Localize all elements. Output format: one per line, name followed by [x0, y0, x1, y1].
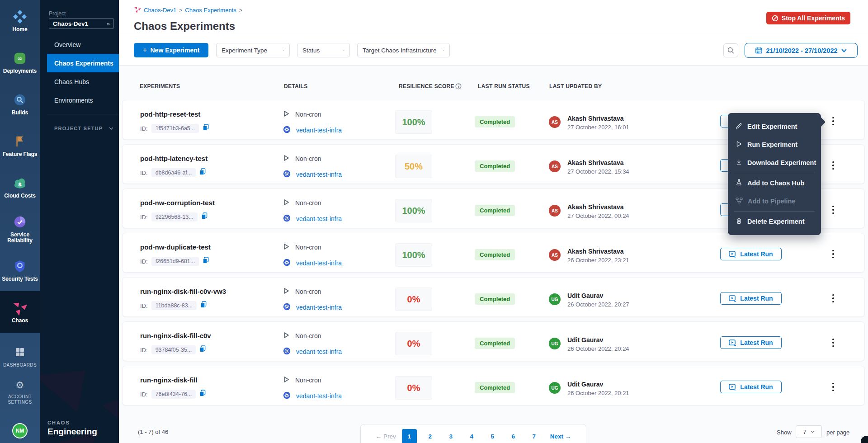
updated-by-name: Akash Shrivastava: [567, 159, 624, 166]
infrastructure-link[interactable]: vedant-test-infra: [296, 127, 342, 134]
project-setup-label: PROJECT SETUP: [54, 126, 103, 131]
rail-item-builds[interactable]: Builds: [0, 83, 40, 125]
experiment-name[interactable]: run-nginx-disk-fill: [140, 376, 198, 384]
experiment-type-filter[interactable]: Experiment Type: [216, 43, 290, 57]
filter-label: Status: [302, 47, 320, 54]
stop-all-experiments-button[interactable]: Stop All Experiments: [766, 12, 850, 24]
project-selector[interactable]: Chaos-Dev1 »: [49, 18, 114, 29]
menu-item-download-experiment[interactable]: Download Experiment: [728, 154, 821, 172]
updated-date: 26 October 2022, 20:24: [567, 345, 629, 352]
latest-run-button[interactable]: Latest Run: [720, 248, 782, 260]
row-menu-kebab[interactable]: [827, 114, 840, 128]
infrastructure-link[interactable]: vedant-test-infra: [296, 392, 342, 400]
sidebar-item-environments[interactable]: Environments: [40, 91, 119, 109]
breadcrumb-project-link[interactable]: Chaos-Dev1: [144, 7, 176, 14]
sidebar-item-chaos-hubs[interactable]: Chaos Hubs: [40, 72, 119, 91]
rail-item-dashboards[interactable]: DASHBOARDS: [0, 346, 40, 368]
latest-run-button[interactable]: Latest Run: [720, 292, 782, 305]
rail-item-home[interactable]: Home: [0, 0, 40, 42]
breadcrumb-page-link[interactable]: Chaos Experiments: [185, 7, 236, 14]
row-menu-kebab[interactable]: [827, 336, 840, 349]
kubernetes-icon: [283, 347, 291, 356]
show-label: Show: [777, 429, 792, 436]
updated-by-name: Akash Shrivastava: [567, 248, 624, 255]
row-menu-kebab[interactable]: [827, 380, 840, 394]
prev-page-button[interactable]: ← Prev: [376, 433, 396, 440]
security-tests-icon: [14, 259, 26, 274]
per-page-select[interactable]: 7: [796, 425, 822, 438]
updated-by-name: Akash Shrivastava: [567, 115, 624, 122]
copy-icon[interactable]: [199, 390, 206, 399]
pager: ← Prev 1234567 Next →: [360, 424, 586, 443]
updated-date: 26 October 2022, 20:21: [567, 390, 629, 396]
status-filter[interactable]: Status: [297, 43, 350, 57]
search-button[interactable]: [723, 43, 738, 57]
experiment-name[interactable]: pod-nw-corruption-test: [140, 199, 215, 207]
kubernetes-icon: [283, 170, 291, 179]
new-experiment-button[interactable]: + New Experiment: [134, 43, 208, 57]
row-menu-kebab[interactable]: [827, 203, 840, 217]
infrastructure-link[interactable]: vedant-test-infra: [296, 171, 342, 178]
page-button-6[interactable]: 6: [506, 429, 521, 443]
infrastructure-link[interactable]: vedant-test-infra: [296, 259, 342, 267]
page-button-1[interactable]: 1: [402, 429, 417, 443]
user-avatar[interactable]: NM: [12, 423, 28, 438]
copy-icon[interactable]: [203, 124, 209, 133]
rail-item-chaos[interactable]: Chaos: [0, 291, 40, 333]
row-menu-kebab[interactable]: [827, 292, 840, 305]
rail-item-feature-flags[interactable]: Feature Flags: [0, 125, 40, 166]
experiment-name[interactable]: run-nginx-disk-fill-c0v-vw3: [140, 287, 226, 295]
copy-icon[interactable]: [200, 301, 207, 310]
rail-item-service-reliability[interactable]: Service Reliability: [0, 208, 40, 250]
id-label: ID:: [140, 391, 148, 398]
status-badge: Completed: [475, 116, 515, 127]
pagination-count: (1 - 7) of 46: [138, 429, 168, 435]
updated-by-name: Udit Gaurav: [567, 292, 603, 299]
menu-item-run-experiment[interactable]: Run Experiment: [728, 136, 821, 154]
rail-item-account-settings[interactable]: ⚙ ACCOUNT SETTINGS: [0, 380, 40, 405]
menu-item-label: Run Experiment: [747, 141, 797, 148]
filter-label: Experiment Type: [222, 47, 267, 54]
infrastructure-link[interactable]: vedant-test-infra: [296, 215, 342, 222]
schedule-type: Non-cron: [295, 377, 321, 384]
copy-icon[interactable]: [199, 168, 206, 177]
menu-item-edit-experiment[interactable]: Edit Experiment: [728, 118, 821, 136]
next-page-button[interactable]: Next →: [550, 433, 571, 440]
row-context-menu: Edit ExperimentRun ExperimentDownload Ex…: [728, 113, 821, 235]
sidebar-item-overview[interactable]: Overview: [40, 35, 119, 54]
menu-item-delete-experiment[interactable]: Delete Experiment: [728, 212, 821, 231]
infrastructure-link[interactable]: vedant-test-infra: [296, 304, 342, 311]
latest-run-button[interactable]: Latest Run: [720, 381, 782, 393]
rail-item-deployments[interactable]: ∞ Deployments: [0, 42, 40, 83]
date-range-picker[interactable]: 21/10/2022 - 27/10/2022: [745, 43, 858, 58]
page-button-5[interactable]: 5: [485, 429, 500, 443]
experiment-name[interactable]: run-nginx-disk-fill-c0v: [140, 332, 211, 339]
copy-icon[interactable]: [199, 345, 206, 354]
copy-icon[interactable]: [201, 212, 208, 222]
infrastructure-link[interactable]: vedant-test-infra: [296, 348, 342, 355]
page-button-3[interactable]: 3: [443, 429, 458, 443]
id-label: ID:: [140, 125, 148, 132]
target-infrastructure-filter[interactable]: Target Chaos Infrastructure: [357, 43, 450, 57]
collapse-icon[interactable]: »: [107, 20, 110, 27]
sidebar-item-chaos-experiments[interactable]: Chaos Experiments: [47, 54, 119, 72]
copy-icon[interactable]: [203, 257, 209, 266]
page-button-7[interactable]: 7: [527, 429, 542, 443]
menu-item-add-to-chaos-hub[interactable]: Add to Chaos Hub: [728, 174, 821, 192]
rail-item-cloud-costs[interactable]: $ Cloud Costs: [0, 166, 40, 208]
experiment-name[interactable]: pod-http-reset-test: [140, 110, 200, 118]
info-icon[interactable]: [455, 83, 462, 91]
page-button-4[interactable]: 4: [464, 429, 479, 443]
rail-item-security-tests[interactable]: Security Tests: [0, 250, 40, 291]
row-menu-kebab[interactable]: [827, 247, 840, 261]
search-icon: [727, 47, 734, 54]
page-button-2[interactable]: 2: [423, 429, 438, 443]
experiment-name[interactable]: pod-nw-duplicate-test: [140, 243, 211, 251]
row-menu-kebab[interactable]: [827, 159, 840, 172]
resilience-score: 100%: [395, 243, 432, 267]
project-setup-section[interactable]: PROJECT SETUP: [40, 118, 119, 138]
latest-run-button[interactable]: Latest Run: [720, 336, 782, 349]
experiment-name[interactable]: pod-http-latency-test: [140, 155, 208, 162]
header-divider: [119, 35, 868, 35]
experiment-row: run-nginx-disk-fill ID: 76e8f434-76... N…: [122, 366, 865, 405]
